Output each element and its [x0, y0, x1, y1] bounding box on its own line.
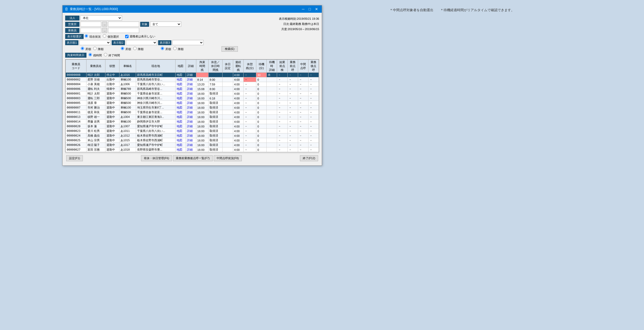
td-code: 00000014: [66, 119, 86, 124]
td-chizu[interactable]: 地図: [175, 73, 186, 77]
hyoji-jun2-select[interactable]: [126, 40, 157, 45]
td-chizu[interactable]: 地図: [175, 138, 186, 143]
td-detail[interactable]: 詳細: [186, 96, 196, 101]
td-detail[interactable]: 詳細: [186, 101, 196, 105]
settings-button[interactable]: 設定(F1): [66, 155, 83, 161]
eigyosho-input2[interactable]: [108, 22, 139, 27]
td-kosoku: 16:00: [196, 119, 208, 124]
td-chizu[interactable]: 地図: [175, 147, 186, 152]
td-detail[interactable]: 詳細: [186, 115, 196, 119]
td-shigyo: －: [277, 87, 287, 91]
td-kyujitsu: [223, 129, 233, 133]
exit-button[interactable]: 終了(F12): [300, 155, 318, 161]
radio-kobetsu-label[interactable]: 個別選択: [103, 34, 119, 39]
taishoku-checkbox[interactable]: [125, 35, 129, 38]
hojin-select[interactable]: 本社: [81, 15, 122, 21]
minimize-button[interactable]: ─: [300, 6, 306, 12]
radio-genjo[interactable]: [85, 34, 88, 38]
td-taiki-detail: [267, 101, 277, 105]
table-row[interactable]: 00000008 時計 次郎 停止中 あ1016 群馬県高崎市京目町 地図 詳細…: [66, 73, 319, 77]
td-detail[interactable]: 詳細: [186, 129, 196, 133]
td-detail[interactable]: 詳細: [186, 138, 196, 143]
td-kyukei: －: [243, 101, 256, 105]
table-row[interactable]: 00000023 香川 松男 退勤中 あ1011 千葉県八街市八街い... 地図…: [66, 129, 319, 133]
td-location: 愛知県瀬戸市中炉町: [136, 124, 175, 129]
table-row[interactable]: 00000002 星野 宗雄 出勤中 車輌100 群馬県高崎市菅谷... 地図 …: [66, 77, 319, 82]
table-row[interactable]: 00000026 柿沼 陽子 退勤中 あ1017 愛知県瀬戸市中炉町 地図 詳細…: [66, 143, 319, 147]
hyoji-jun1-select[interactable]: [79, 40, 111, 45]
td-detail[interactable]: 詳細: [186, 147, 196, 152]
td-chizu[interactable]: 地図: [175, 119, 186, 124]
table-row[interactable]: 00000020 坂本 蓮 退勤中 あ1007 愛知県瀬戸市中炉町 地図 詳細 …: [66, 124, 319, 129]
table-row[interactable]: 00000025 米山 宗男 退勤中 あ1015 栃木県佐野市西浦町 地図 詳細…: [66, 138, 319, 143]
td-status: 退勤中: [105, 115, 119, 119]
td-chukan: －: [298, 143, 308, 147]
td-detail[interactable]: 詳細: [186, 82, 196, 87]
hyoji-jun3-select[interactable]: [172, 40, 204, 45]
td-chizu[interactable]: 地図: [175, 110, 186, 115]
table-row[interactable]: 00000006 運転 利夫 帰庫中 車輌789 群馬県高崎市菅谷... 地図 …: [66, 87, 319, 91]
td-kyukei: －: [243, 87, 256, 91]
td-detail[interactable]: 詳細: [186, 91, 196, 96]
td-go: －: [308, 77, 319, 82]
search-button[interactable]: 検索(E): [222, 46, 238, 52]
td-detail[interactable]: 詳細: [186, 119, 196, 124]
jomuhin-input2[interactable]: [108, 28, 139, 33]
td-detail[interactable]: 詳細: [186, 110, 196, 115]
td-detail[interactable]: 詳細: [186, 133, 196, 138]
td-kyukei: －: [243, 96, 256, 101]
td-chizu[interactable]: 地図: [175, 115, 186, 119]
td-chukan: －: [298, 124, 308, 129]
table-row[interactable]: 00000003 運転 三郎 退勤中 車輌500 神奈川県川崎市川... 地図 …: [66, 96, 319, 101]
eigyosho-input1[interactable]: [81, 22, 101, 27]
form-left: 法人 本社 営業所 ... 対象 全て: [65, 15, 267, 53]
td-chizu[interactable]: 地図: [175, 101, 186, 105]
td-detail[interactable]: 詳細: [186, 124, 196, 129]
radio-genjo-label[interactable]: 現在状況: [85, 34, 101, 39]
th-name: 乗務員名: [86, 60, 105, 73]
radio-kobetsu[interactable]: [103, 34, 106, 38]
td-chizu[interactable]: 地図: [175, 124, 186, 129]
td-kyujitsu: [223, 119, 233, 124]
td-chizu[interactable]: 地図: [175, 143, 186, 147]
td-car: あ1018: [119, 147, 136, 152]
maximize-button[interactable]: □: [307, 6, 312, 12]
chukan-button[interactable]: 中間点呼状況(F8): [214, 155, 242, 161]
td-detail[interactable]: 詳細: [186, 105, 196, 110]
eigyosho-dots[interactable]: ...: [102, 22, 107, 27]
close-button[interactable]: ✕: [313, 6, 320, 12]
taisho-select[interactable]: 全て: [150, 22, 181, 27]
kyukyu-button[interactable]: 有休・休日管理(F6): [141, 155, 172, 161]
td-chizu[interactable]: 地図: [175, 133, 186, 138]
mae-button[interactable]: 乗務前乗務後点呼一覧(F7): [173, 155, 212, 161]
td-status: 退勤中: [105, 138, 119, 143]
jomuhin-dots[interactable]: ...: [102, 28, 107, 33]
table-row[interactable]: 00000014 齊藤 岩男 退勤中 車輌100 静岡県伊豆市大野 地図 詳細 …: [66, 119, 319, 124]
table-row[interactable]: 00000027 富田 宗雅 退勤中 あ1018 長野県安曇野市豊... 地図 …: [66, 147, 319, 152]
td-chizu[interactable]: 地図: [175, 129, 186, 133]
td-chizu[interactable]: 地図: [175, 87, 186, 91]
td-detail[interactable]: 詳細: [186, 87, 196, 91]
jomuhin-input1[interactable]: [81, 28, 101, 33]
td-shigyo: －: [277, 138, 287, 143]
td-detail[interactable]: 詳細: [186, 73, 196, 77]
table-row[interactable]: 00000011 徳見 和良 退勤中 車輌500 千葉県佐倉市岩富... 地図 …: [66, 110, 319, 115]
table-row[interactable]: 00000013 槙野 雄一 退勤中 あ1004 東京都江東区青海3... 地図…: [66, 115, 319, 119]
td-chizu[interactable]: 地図: [175, 91, 186, 96]
table-row[interactable]: 00000007 市村 勝治 退勤中 車輌100 埼玉県羽生市東8丁... 地図…: [66, 105, 319, 110]
td-taiki-detail: [267, 82, 277, 87]
td-chizu[interactable]: 地図: [175, 82, 186, 87]
order-direction-row: 昇順 降順 昇順 降順 昇順 降順 検索(E): [81, 46, 267, 52]
td-chizu[interactable]: 地図: [175, 105, 186, 110]
td-renzoku: 4:00: [233, 133, 243, 138]
td-detail[interactable]: 詳細: [186, 77, 196, 82]
table-row[interactable]: 00000005 清原 章 退勤中 車輌500 神奈川県川崎市川... 地図 詳…: [66, 101, 319, 105]
taishoku-checkbox-group: 退職者は表示しない: [125, 35, 155, 38]
table-row[interactable]: 00000024 高橋 義信 退勤中 あ1012 栃木県佐野市西浦町 地図 詳細…: [66, 133, 319, 138]
th-kyusoku: 休息／休日時間残: [209, 60, 223, 73]
td-chizu[interactable]: 地図: [175, 96, 186, 101]
td-detail[interactable]: 詳細: [186, 143, 196, 147]
table-row[interactable]: 00000004 小泉 美穂 出勤中 あ1006 千葉県八街市八街い... 地図…: [66, 82, 319, 87]
table-row[interactable]: 00000001 時計 太郎 退勤中 車輌500 千葉県佐倉市岩富... 地図 …: [66, 91, 319, 96]
td-chizu[interactable]: 地図: [175, 77, 186, 82]
